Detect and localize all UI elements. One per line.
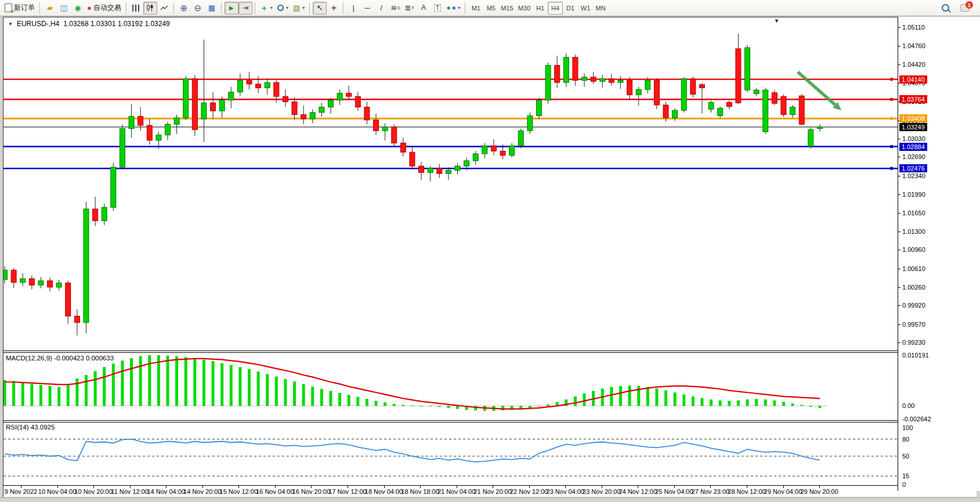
time-axis-label: 17 Nov 12:00 bbox=[328, 488, 366, 495]
macd-histogram-bar bbox=[809, 406, 812, 407]
time-axis-label: 23 Nov 04:00 bbox=[547, 488, 584, 495]
trendline-button[interactable]: / bbox=[374, 2, 388, 15]
candle bbox=[346, 86, 352, 100]
macd-panel-svg[interactable] bbox=[3, 353, 898, 420]
candlestick-icon bbox=[146, 4, 154, 12]
bar-chart-icon bbox=[132, 5, 140, 12]
candle bbox=[699, 83, 704, 114]
timeframe-m15-button[interactable]: M15 bbox=[498, 2, 515, 15]
candle bbox=[102, 204, 107, 225]
chart-shift-button[interactable]: ⇥ bbox=[238, 2, 252, 15]
macd-histogram-bar bbox=[320, 389, 323, 406]
macd-axis-label: -0.002642 bbox=[902, 416, 931, 422]
candle-body bbox=[174, 118, 179, 124]
fibonacci-button[interactable]: ≣F bbox=[403, 2, 417, 15]
text-label-button[interactable]: T bbox=[431, 2, 444, 15]
candle bbox=[192, 75, 197, 136]
candle-body bbox=[428, 168, 433, 172]
template-button[interactable]: ▨▾ bbox=[291, 2, 307, 15]
price-axis-label: 1.01650 bbox=[902, 210, 925, 216]
line-chart-button[interactable] bbox=[157, 2, 171, 15]
separator bbox=[39, 2, 41, 14]
line-handle[interactable] bbox=[890, 167, 893, 170]
candle-body bbox=[473, 154, 478, 161]
candle bbox=[337, 89, 342, 105]
arrows-tool-button[interactable]: ◆◆▾ bbox=[444, 2, 462, 15]
candle bbox=[93, 197, 98, 226]
price-axis-label: 1.00610 bbox=[902, 265, 925, 272]
line-handle[interactable] bbox=[890, 98, 893, 101]
timeframe-m30-button[interactable]: M30 bbox=[516, 2, 533, 15]
candle bbox=[555, 56, 560, 88]
market-watch-button[interactable]: ◫ bbox=[57, 2, 71, 15]
price-chart-svg[interactable] bbox=[3, 17, 898, 351]
candle-body bbox=[265, 82, 270, 88]
candle-body bbox=[754, 90, 759, 93]
separator bbox=[221, 2, 222, 14]
rsi-axis-label: 15 bbox=[902, 472, 909, 479]
signals-button[interactable]: ◉ bbox=[71, 2, 85, 15]
tile-windows-button[interactable]: ▦ bbox=[205, 2, 219, 15]
timeframe-m5-button[interactable]: M5 bbox=[483, 2, 498, 15]
zoom-out-button[interactable]: ⊖ bbox=[191, 2, 205, 15]
candle-body bbox=[292, 102, 297, 114]
text-tool-button[interactable]: A bbox=[417, 2, 431, 15]
line-handle[interactable] bbox=[890, 78, 893, 81]
price-tick bbox=[898, 324, 901, 325]
candle-body bbox=[618, 80, 623, 82]
line-chart-icon bbox=[160, 5, 168, 12]
autotrade-button[interactable]: ● 自动交易 bbox=[85, 2, 124, 15]
crosshair-button[interactable]: + bbox=[327, 2, 341, 15]
candle-body bbox=[527, 115, 533, 131]
candle bbox=[265, 79, 270, 95]
timeframe-h1-button[interactable]: H1 bbox=[533, 2, 548, 15]
equidistant-channel-button[interactable]: ≋E bbox=[388, 2, 403, 15]
panel-separator[interactable] bbox=[3, 351, 898, 351]
text-tool-icon: A bbox=[421, 4, 426, 12]
gold-chart-button[interactable]: ▰ bbox=[43, 2, 57, 15]
macd-histogram-bar bbox=[755, 399, 758, 406]
candle-body bbox=[256, 84, 261, 88]
notifications-button[interactable]: 1 bbox=[958, 2, 972, 15]
axis-line bbox=[898, 17, 898, 491]
timeframe-h4-button[interactable]: H4 bbox=[548, 2, 563, 15]
price-axis[interactable]: 1.051101.047601.044201.040701.037201.033… bbox=[898, 17, 980, 491]
add-indicator-button[interactable]: ＋▾ bbox=[258, 2, 275, 15]
candle-body bbox=[400, 143, 406, 152]
horizontal-line-button[interactable]: ─ bbox=[360, 2, 374, 15]
rsi-panel-svg[interactable] bbox=[3, 422, 898, 485]
price-tick bbox=[898, 194, 901, 195]
timeframe-w1-button[interactable]: W1 bbox=[578, 2, 593, 15]
cursor-button[interactable]: ↖ bbox=[313, 2, 327, 15]
panel-separator[interactable] bbox=[3, 420, 898, 421]
zoom-in-button[interactable]: ⊕ bbox=[177, 2, 191, 15]
bar-chart-button[interactable] bbox=[129, 2, 143, 15]
price-tick bbox=[898, 176, 901, 176]
new-order-button[interactable]: 新订单 bbox=[2, 2, 37, 15]
candle-body bbox=[781, 96, 786, 114]
candle-body bbox=[84, 209, 89, 323]
candle bbox=[201, 39, 207, 142]
candle-body bbox=[654, 80, 659, 104]
vertical-line-icon: | bbox=[353, 4, 355, 12]
zoom-in-icon: ⊕ bbox=[180, 4, 188, 12]
macd-histogram-bar bbox=[3, 380, 6, 406]
candle bbox=[718, 107, 723, 118]
macd-histogram-bar bbox=[646, 387, 649, 406]
line-handle[interactable] bbox=[890, 117, 893, 120]
timeframe-m1-button[interactable]: M1 bbox=[468, 2, 483, 15]
macd-histogram-bar bbox=[338, 393, 341, 406]
macd-histogram-bar bbox=[682, 395, 685, 406]
candlestick-chart-button[interactable] bbox=[143, 2, 157, 15]
candle bbox=[129, 104, 134, 138]
line-handle[interactable] bbox=[890, 145, 893, 148]
vertical-line-button[interactable]: | bbox=[346, 2, 360, 15]
period-button[interactable]: ▾ bbox=[275, 2, 291, 15]
candle bbox=[654, 78, 659, 110]
search-button[interactable] bbox=[938, 2, 952, 15]
price-tag: 1.04140 bbox=[899, 75, 927, 84]
auto-scroll-button[interactable]: ▶ bbox=[225, 2, 238, 15]
timeframe-mn-button[interactable]: MN bbox=[593, 2, 608, 15]
timeframe-d1-button[interactable]: D1 bbox=[563, 2, 578, 15]
time-axis-label: 25 Nov 04:00 bbox=[655, 488, 693, 495]
